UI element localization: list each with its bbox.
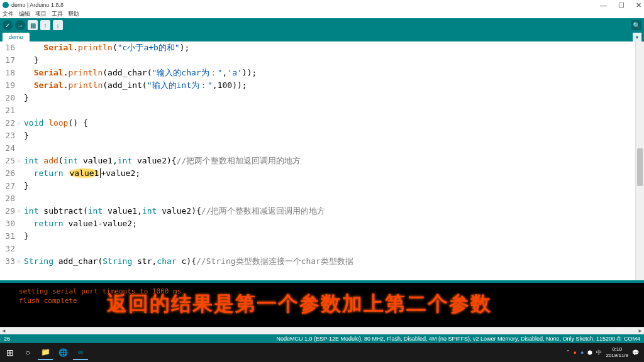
line-number: 29: [0, 205, 15, 217]
code-line[interactable]: Serial.println("c小于a+b的和");: [24, 41, 635, 54]
start-button[interactable]: ⊞: [3, 345, 18, 360]
line-number: 28: [0, 192, 15, 205]
tray-icon[interactable]: ●: [580, 349, 584, 356]
tray-ime[interactable]: 中: [596, 349, 602, 357]
line-number: 18: [0, 67, 15, 79]
tray-notifications-icon[interactable]: 💬: [632, 349, 639, 356]
menu-project[interactable]: 项目: [35, 10, 47, 18]
line-number: 33: [0, 255, 15, 268]
vertical-scrollbar[interactable]: [635, 41, 644, 280]
tray-icon[interactable]: ●: [574, 349, 577, 356]
code-line[interactable]: [24, 104, 635, 117]
line-number: 31: [0, 230, 15, 243]
line-number: 22: [0, 117, 15, 129]
console-panel: setting serial port timeouts to 1000 ms …: [0, 283, 644, 327]
line-number: 30: [0, 217, 15, 230]
scroll-right-arrow[interactable]: ►: [636, 328, 644, 334]
task-arduino[interactable]: ∞: [73, 345, 88, 360]
open-button[interactable]: ↑: [40, 20, 50, 30]
code-line[interactable]: }: [24, 129, 635, 142]
menu-help[interactable]: 帮助: [68, 10, 79, 18]
app-icon: [3, 2, 9, 8]
line-gutter: 161718192021222324252627282930313233: [0, 41, 18, 280]
task-explorer[interactable]: 📁: [38, 345, 53, 360]
tray-clock[interactable]: 0:10 2019/11/9: [606, 346, 628, 359]
window-titlebar: demo | Arduino 1.8.8 — ☐ ✕: [0, 0, 644, 10]
code-line[interactable]: return value1+value2;: [24, 167, 635, 180]
tab-bar: demo ▾: [0, 31, 644, 41]
code-line[interactable]: [24, 142, 635, 155]
line-number: 23: [0, 129, 15, 142]
toolbar: ✓ → ▦ ↑ ↓ 🔍: [0, 19, 644, 31]
horizontal-scrollbar[interactable]: ◄ ►: [0, 327, 644, 334]
line-number: 32: [0, 243, 15, 255]
code-line[interactable]: return value1-value2;: [24, 217, 635, 230]
task-chrome[interactable]: 🌐: [55, 345, 70, 360]
code-editor[interactable]: 161718192021222324252627282930313233 Ser…: [0, 41, 644, 280]
tab-demo[interactable]: demo: [3, 33, 30, 41]
code-line[interactable]: }: [24, 54, 635, 67]
line-number: 20: [0, 92, 15, 104]
code-line[interactable]: Serial.println(add_int("输入的int为：",100));: [24, 79, 635, 92]
code-line[interactable]: }: [24, 230, 635, 243]
menu-bar: 文件 编辑 项目 工具 帮助: [0, 10, 644, 19]
window-title: demo | Arduino 1.8.8: [11, 2, 600, 8]
menu-tools[interactable]: 工具: [52, 10, 63, 18]
task-search[interactable]: ○: [20, 345, 35, 360]
code-line[interactable]: Serial.println(add_char("输入的char为：",'a')…: [24, 67, 635, 79]
line-number: 19: [0, 79, 15, 92]
code-line[interactable]: String add_char(String str,char c){//Str…: [24, 255, 635, 268]
line-number: 25: [0, 155, 15, 167]
verify-button[interactable]: ✓: [3, 20, 13, 30]
minimize-button[interactable]: —: [600, 1, 607, 9]
new-button[interactable]: ▦: [28, 20, 38, 30]
code-line[interactable]: }: [24, 92, 635, 104]
line-number: 21: [0, 104, 15, 117]
line-number: 17: [0, 54, 15, 67]
code-line[interactable]: int add(int value1,int value2){//把两个整数相加…: [24, 155, 635, 167]
status-board-info: NodeMCU 1.0 (ESP-12E Module), 80 MHz, Fl…: [276, 335, 640, 343]
menu-edit[interactable]: 编辑: [19, 10, 30, 18]
menu-file[interactable]: 文件: [3, 10, 14, 18]
save-button[interactable]: ↓: [53, 20, 63, 30]
status-line-number: 26: [4, 336, 10, 342]
code-area[interactable]: Serial.println("c小于a+b的和"); } Serial.pri…: [18, 41, 635, 280]
scroll-left-arrow[interactable]: ◄: [0, 328, 8, 334]
system-tray[interactable]: ˄ ● ● ⬢ 中 0:10 2019/11/9 💬: [567, 346, 641, 359]
line-number: 24: [0, 142, 15, 155]
tab-menu-button[interactable]: ▾: [633, 33, 641, 41]
close-button[interactable]: ✕: [636, 1, 641, 9]
upload-button[interactable]: →: [15, 20, 25, 30]
code-line[interactable]: int subtract(int value1,int value2){//把两…: [24, 205, 635, 217]
tray-icon[interactable]: ⬢: [587, 349, 592, 356]
code-line[interactable]: [24, 243, 635, 255]
status-bar: 26 NodeMCU 1.0 (ESP-12E Module), 80 MHz,…: [0, 334, 644, 343]
scrollbar-thumb[interactable]: [637, 148, 643, 186]
line-number: 26: [0, 167, 15, 180]
line-number: 27: [0, 180, 15, 192]
serial-monitor-button[interactable]: 🔍: [631, 20, 641, 30]
tray-up-icon[interactable]: ˄: [567, 349, 570, 356]
annotation-overlay: 返回的结果是第一个参数加上第二个参数: [107, 290, 492, 318]
code-line[interactable]: void loop() {: [24, 117, 635, 129]
line-number: 16: [0, 41, 15, 54]
code-line[interactable]: [24, 192, 635, 205]
maximize-button[interactable]: ☐: [618, 1, 625, 9]
code-line[interactable]: }: [24, 180, 635, 192]
windows-taskbar: ⊞ ○ 📁 🌐 ∞ ˄ ● ● ⬢ 中 0:10 2019/11/9 💬: [0, 343, 644, 362]
